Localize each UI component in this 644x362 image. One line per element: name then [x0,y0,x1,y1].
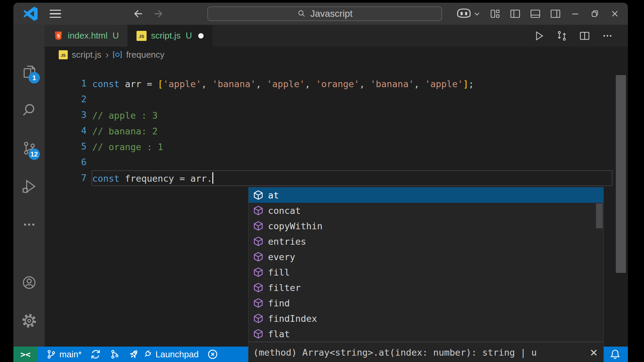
symbol-method-icon [253,252,263,262]
symbol-method-icon [253,205,263,216]
branch-status-item[interactable]: main* [46,349,82,360]
code-line[interactable]: 4// banana: 2 [45,123,628,139]
search-value: Javascript [310,8,353,19]
back-arrow-icon[interactable] [132,8,144,19]
sidebar-item-source-control[interactable]: 12 [13,129,45,167]
line-content: const frequency = arr. [92,170,612,186]
symbol-method-icon [253,298,263,308]
toggle-primary-sidebar-icon[interactable] [510,8,521,19]
code-line[interactable]: 6 [45,155,628,170]
line-number: 7 [45,170,87,186]
tab-modified-indicator: U [185,31,192,41]
code-line[interactable]: 5// orange : 1 [45,139,628,155]
activity-bar: 1 12 [13,25,45,347]
source-control-graph-item[interactable] [110,349,120,359]
suggest-item[interactable]: every [249,249,603,264]
sidebar-item-explorer[interactable]: 1 [13,53,45,91]
more-actions-icon[interactable] [602,30,613,42]
run-file-icon[interactable] [533,30,545,42]
suggest-widget: at concat copyWithin entries every fill … [248,187,604,362]
html5-file-icon: 5 [53,31,63,41]
sidebar-item-more[interactable] [13,205,45,244]
suggest-item[interactable]: concat [249,203,603,218]
tab-script-js[interactable]: JS script.js U [128,25,213,47]
line-number: 1 [45,76,87,92]
suggest-item-label: filter [268,283,301,293]
source-control-badge: 12 [29,148,40,160]
remote-indicator[interactable]: >< [13,347,38,362]
svg-text:5: 5 [57,33,60,39]
symbol-method-icon [253,221,263,231]
suggest-item-label: every [268,252,295,262]
suggest-item-label: entries [268,236,306,247]
line-number: 6 [45,155,87,170]
suggest-item[interactable]: flat [249,326,603,342]
editor-scrollbar[interactable] [616,75,626,273]
minimize-button[interactable] [570,9,580,19]
branch-name: main* [59,349,82,360]
copilot-icon[interactable] [457,8,480,19]
settings-gear-icon[interactable] [13,302,45,340]
line-content: const arr = ['apple', 'banana', 'apple',… [92,76,612,92]
suggest-item-label: find [268,298,290,308]
sidebar-item-run-debug[interactable] [13,167,45,205]
unsaved-dot-icon[interactable] [198,33,204,39]
vscode-window: Javascript [13,3,628,362]
code-line[interactable]: 1const arr = ['apple', 'banana', 'apple'… [45,76,628,92]
suggest-item[interactable]: at [249,187,603,203]
launchpad-status-item[interactable]: Launchpad [128,349,199,360]
accounts-icon[interactable] [13,263,45,302]
customize-layout-icon[interactable] [490,8,500,19]
suggest-item[interactable]: fill [249,264,603,280]
suggest-item[interactable]: copyWithin [249,218,603,234]
tab-label: index.html [68,31,108,41]
toggle-panel-icon[interactable] [530,8,541,19]
js-file-icon: JS [59,50,68,59]
menu-icon[interactable] [50,10,61,18]
error-circle-icon [207,349,218,360]
line-number: 2 [45,92,87,107]
breadcrumb-file[interactable]: script.js [72,50,101,60]
suggest-docs-close-icon[interactable]: ✕ [590,346,598,360]
sidebar-item-search[interactable] [13,91,45,129]
launchpad-label: Launchpad [155,349,199,360]
suggest-item[interactable]: find [249,295,603,311]
suggest-item[interactable]: filter [249,280,603,295]
suggest-item-label: fill [268,267,290,278]
suggest-item-label: flat [268,329,290,339]
suggest-item-label: concat [268,205,301,216]
suggest-docs: (method) Array<string>.at(index: number)… [248,342,604,362]
git-branch-icon [46,349,56,359]
suggest-scrollbar[interactable] [596,203,603,228]
forward-arrow-icon[interactable] [153,8,164,19]
line-content: // orange : 1 [92,139,612,155]
line-content [92,92,612,107]
code-line[interactable]: 2 [45,92,628,107]
bell-icon [610,349,621,360]
sync-icon [90,349,101,360]
close-button[interactable] [610,9,620,19]
suggest-item[interactable]: entries [249,234,603,249]
code-line[interactable]: 7const frequency = arr. [45,170,628,186]
line-number: 3 [45,107,87,123]
suggest-item-label: findIndex [268,313,317,324]
command-center-search[interactable]: Javascript [207,6,442,21]
tab-index-html[interactable]: 5 index.html U [45,25,128,47]
line-content: // banana: 2 [92,123,612,139]
symbol-method-icon [253,190,263,200]
sync-status-item[interactable] [90,349,101,360]
tab-bar: 5 index.html U JS script.js U [45,25,628,47]
restore-button[interactable] [590,9,600,18]
toggle-secondary-sidebar-icon[interactable] [550,8,561,19]
text-cursor [212,172,213,184]
breadcrumb-symbol[interactable]: frequency [126,50,164,60]
error-status-item[interactable] [207,349,218,360]
code-line[interactable]: 3// apple : 3 [45,107,628,123]
open-changes-icon[interactable] [556,30,568,42]
suggest-item[interactable]: findIndex [249,311,603,326]
suggest-doc-line: (method) Array<string>.at(index: number)… [253,345,583,360]
tab-label: script.js [151,31,180,41]
svg-text:JS: JS [139,34,144,39]
split-editor-icon[interactable] [579,30,590,42]
notifications-item[interactable] [610,349,628,360]
